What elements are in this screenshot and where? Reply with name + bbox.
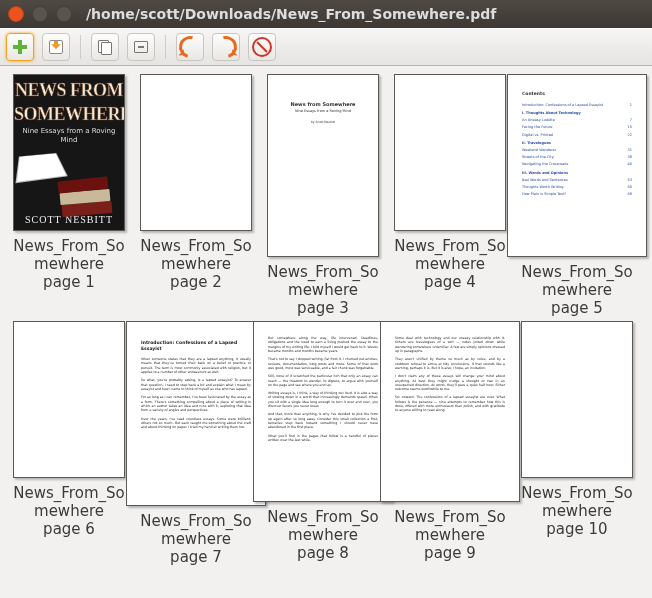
body-text: Some deal with technology and our uneasy…	[395, 336, 505, 353]
save-icon	[48, 39, 64, 55]
page-thumbnail[interactable]: Some deal with technology and our uneasy…	[380, 321, 520, 502]
thumbnail-caption: News_From_Somewherepage 5	[516, 263, 638, 317]
toc-list: Introduction: Confessions of a Lapsed Es…	[522, 103, 632, 197]
toc-item: Digital vs. Printed22	[522, 133, 632, 138]
thumbnail-caption: News_From_Somewherepage 7	[135, 512, 257, 566]
page-thumbnail[interactable]: But somewhere along the way, life interv…	[253, 321, 393, 502]
window-close-button[interactable]	[8, 6, 24, 22]
plus-icon	[13, 40, 27, 54]
toc-item: How Plain is Simple Text?68	[522, 192, 632, 197]
thumbnail-caption: News_From_Somewherepage 6	[8, 484, 130, 538]
toc-item: Weekend Wanderer31	[522, 148, 632, 153]
rotate-left-button[interactable]	[176, 33, 204, 61]
page-thumbnail[interactable]	[140, 74, 252, 231]
body-text: That's not to say I stopped writing. Far…	[268, 357, 378, 370]
body-text: I don't claim any of these essays will c…	[395, 374, 505, 391]
window-titlebar: /home/scott/Downloads/News_From_Somewher…	[0, 0, 652, 28]
titlepage-byline: by Scott Nesbitt	[311, 121, 335, 125]
body-text: Still, none of it scratched the particul…	[268, 374, 378, 387]
thumbnail-cell: Contents Introduction: Confessions of a …	[516, 74, 638, 317]
thumbnail-cell: News_From_Somewherepage 4	[389, 74, 511, 317]
thumbnail-caption: News_From_Somewherepage 2	[135, 237, 257, 291]
body-text: So what, you're probably asking, is a la…	[141, 378, 251, 391]
body-text: What you'll find in the pages that follo…	[268, 434, 378, 443]
copy-icon	[98, 40, 112, 54]
delete-icon	[134, 41, 148, 53]
thumbnail-caption: News_From_Somewherepage 10	[516, 484, 638, 538]
thumbnail-caption: News_From_Somewherepage 9	[389, 508, 511, 562]
thumbnail-caption: News_From_Somewherepage 3	[262, 263, 384, 317]
thumbnail-caption: News_From_Somewherepage 4	[389, 237, 511, 291]
rotate-right-button[interactable]	[212, 33, 240, 61]
toolbar-separator	[80, 35, 81, 59]
thumbnail-cell: News_From_Somewherepage 2	[135, 74, 257, 317]
delete-button[interactable]	[127, 33, 155, 61]
toc-item: Facing the Future15	[522, 125, 632, 130]
rotate-right-icon	[211, 32, 241, 62]
window-title: /home/scott/Downloads/News_From_Somewher…	[86, 6, 644, 22]
thumbnail-cell: But somewhere along the way, life interv…	[262, 321, 384, 566]
window-maximize-button[interactable]	[56, 6, 72, 22]
thumbnail-cell: News from Somewhere Nine Essays from a R…	[262, 74, 384, 317]
toolbar-separator	[165, 35, 166, 59]
cover-subtitle: Nine Essays from a Roving Mind	[14, 127, 124, 145]
page-thumbnail[interactable]: Contents Introduction: Confessions of a …	[507, 74, 647, 257]
body-text: For as long as I can remember, I've been…	[141, 395, 251, 412]
page-thumbnail[interactable]: Introduction: Confessions of a Lapsed Es…	[126, 321, 266, 506]
toolbar	[0, 28, 652, 66]
rotate-left-icon	[175, 32, 205, 62]
body-text: And that, more than anything, is why I'v…	[268, 412, 378, 429]
add-button[interactable]	[6, 33, 34, 61]
titlepage-title: News from Somewhere	[290, 101, 355, 108]
thumbnail-caption: News_From_Somewherepage 8	[262, 508, 384, 562]
titlepage-subtitle: Nine Essays from a Roving Mind	[295, 109, 351, 114]
toc-item: An Uneasy Luddite7	[522, 118, 632, 123]
window-minimize-button[interactable]	[32, 6, 48, 22]
thumbnail-cell: NEWS FROM SOMEWHERE Nine Essays from a R…	[8, 74, 130, 317]
save-button[interactable]	[42, 33, 70, 61]
thumbnail-cell: News_From_Somewherepage 6	[8, 321, 130, 566]
toc-item: I. Thoughts About Technology	[522, 111, 632, 116]
toc-item: Bad Words and Sentences53	[522, 178, 632, 183]
cover-title-line1: NEWS FROM	[14, 81, 124, 99]
toc-item: Thoughts Worth Writing60	[522, 185, 632, 190]
cover-title-line2: SOMEWHERE	[14, 105, 124, 123]
toc-item: III. Words and Opinions	[522, 171, 632, 176]
cancel-button[interactable]	[248, 33, 276, 61]
thumbnail-cell: Introduction: Confessions of a Lapsed Es…	[135, 321, 257, 566]
thumbnail-caption: News_From_Somewherepage 1	[8, 237, 130, 291]
body-text: Over the years, I've read countless essa…	[141, 417, 251, 430]
body-text: So: onward. The confessions of a lapsed …	[395, 395, 505, 412]
toc-item: Navigating the Crossroads45	[522, 162, 632, 167]
page-thumbnail[interactable]: NEWS FROM SOMEWHERE Nine Essays from a R…	[13, 74, 125, 231]
toc-item: II. Travelogues	[522, 141, 632, 146]
thumbnail-cell: News_From_Somewherepage 10	[516, 321, 638, 566]
body-text: But somewhere along the way, life interv…	[268, 336, 378, 353]
page-thumbnail[interactable]: News from Somewhere Nine Essays from a R…	[267, 74, 379, 257]
page-thumbnail[interactable]	[13, 321, 125, 478]
essay-title: Introduction: Confessions of a Lapsed Es…	[141, 340, 251, 352]
thumbnail-cell: Some deal with technology and our uneasy…	[389, 321, 511, 566]
body-text: They aren't unified by theme so much as …	[395, 357, 505, 370]
thumbnail-area[interactable]: NEWS FROM SOMEWHERE Nine Essays from a R…	[0, 66, 652, 598]
body-text: Writing essays is, I think, a way of thi…	[268, 391, 378, 408]
thumbnail-grid: NEWS FROM SOMEWHERE Nine Essays from a R…	[8, 74, 648, 570]
page-thumbnail[interactable]	[394, 74, 506, 231]
copy-button[interactable]	[91, 33, 119, 61]
toc-item: Introduction: Confessions of a Lapsed Es…	[522, 103, 632, 108]
toc-header: Contents	[522, 91, 632, 97]
toc-item: Streets of the City38	[522, 155, 632, 160]
no-entry-icon	[252, 37, 272, 57]
cover-art	[18, 149, 120, 213]
body-text: When someone states that they are a laps…	[141, 357, 251, 374]
page-thumbnail[interactable]	[521, 321, 633, 478]
